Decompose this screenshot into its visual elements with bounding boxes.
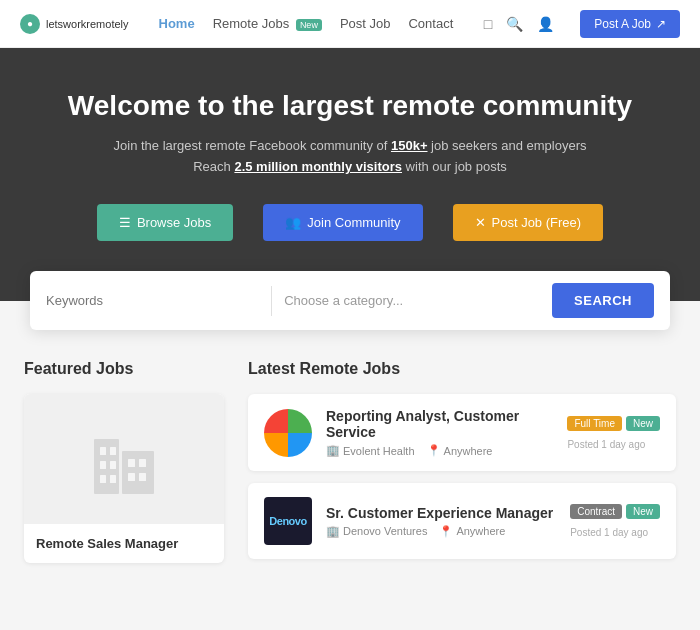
search-wrapper: Choose a category... SEARCH [0,271,700,330]
featured-image [24,394,224,524]
search-divider [271,286,272,316]
featured-section: Featured Jobs Remote Sale [24,360,224,571]
join-community-button[interactable]: 👥 Join Community [263,204,422,241]
job-company-1: 🏢 Evolent Health [326,444,415,457]
search-button[interactable]: SEARCH [552,283,654,318]
nav-link-contact[interactable]: Contact [408,16,453,31]
brand-icon: ● [20,14,40,34]
job-posted-1: Posted 1 day ago [567,439,645,450]
search-input[interactable] [46,287,259,314]
job-tags-1: Full Time New Posted 1 day ago [567,416,660,450]
job-company-2: 🏢 Denovo Ventures [326,525,427,538]
search-icon[interactable]: 🔍 [506,16,523,32]
nav-link-remote-jobs[interactable]: Remote Jobs New [213,16,322,31]
tag-new-2: New [626,504,660,519]
job-logo-2: Denovo [264,497,312,545]
tag-contract: Contract [570,504,622,519]
latest-title: Latest Remote Jobs [248,360,676,378]
nav-links: Home Remote Jobs New Post Job Contact [159,16,484,31]
job-tags-row-2: Contract New [570,504,660,519]
job-info-1: Reporting Analyst, Customer Service 🏢 Ev… [326,408,553,457]
job-meta-2: 🏢 Denovo Ventures 📍 Anywhere [326,525,556,538]
hero-title: Welcome to the largest remote community [20,88,680,124]
nav-link-post-job[interactable]: Post Job [340,16,391,31]
job-location-2: 📍 Anywhere [439,525,505,538]
latest-section: Latest Remote Jobs Reporting Analyst, Cu… [248,360,676,571]
job-posted-2: Posted 1 day ago [570,527,648,538]
job-tags-2: Contract New Posted 1 day ago [570,504,660,538]
svg-rect-10 [128,473,135,481]
nav-link-home[interactable]: Home [159,16,195,31]
svg-rect-6 [100,475,106,483]
svg-rect-11 [139,473,146,481]
tag-new-1: New [626,416,660,431]
svg-rect-2 [100,447,106,455]
bookmark-icon[interactable]: □ [484,16,492,32]
navbar: ● letsworkremotely Home Remote Jobs New … [0,0,700,48]
brand-name: letsworkremotely [46,18,129,30]
job-meta-1: 🏢 Evolent Health 📍 Anywhere [326,444,553,457]
svg-rect-4 [100,461,106,469]
job-card-2[interactable]: Denovo Sr. Customer Experience Manager 🏢… [248,483,676,559]
featured-card-label: Remote Sales Manager [24,524,224,563]
svg-rect-9 [139,459,146,467]
search-bar: Choose a category... SEARCH [30,271,670,330]
building-icon [84,419,164,499]
job-tags-row-1: Full Time New [567,416,660,431]
category-select[interactable]: Choose a category... [284,287,540,314]
svg-rect-8 [128,459,135,467]
tag-full-time: Full Time [567,416,622,431]
svg-rect-3 [110,447,116,455]
job-location-1: 📍 Anywhere [427,444,493,457]
svg-rect-5 [110,461,116,469]
job-info-2: Sr. Customer Experience Manager 🏢 Denovo… [326,505,556,538]
visitors-link[interactable]: 2.5 million monthly visitors [234,159,402,174]
featured-title: Featured Jobs [24,360,224,378]
facebook-community-link[interactable]: 150k+ [391,138,428,153]
hero-reach: Reach 2.5 million monthly visitors with … [20,159,680,174]
nav-icons: □ 🔍 👤 Post A Job ↗ [484,10,680,38]
main-content: Featured Jobs Remote Sale [0,330,700,591]
svg-rect-1 [122,451,154,494]
brand[interactable]: ● letsworkremotely [20,14,129,34]
job-title-2: Sr. Customer Experience Manager [326,505,556,521]
post-job-free-button[interactable]: ✕ Post Job (Free) [453,204,604,241]
job-logo-1 [264,409,312,457]
featured-card[interactable]: Remote Sales Manager [24,394,224,563]
browse-jobs-button[interactable]: ☰ Browse Jobs [97,204,233,241]
job-title-1: Reporting Analyst, Customer Service [326,408,553,440]
post-job-button[interactable]: Post A Job ↗ [580,10,680,38]
hero-buttons: ☰ Browse Jobs 👥 Join Community ✕ Post Jo… [20,204,680,241]
user-icon[interactable]: 👤 [537,16,554,32]
job-card[interactable]: Reporting Analyst, Customer Service 🏢 Ev… [248,394,676,471]
hero-section: Welcome to the largest remote community … [0,48,700,301]
hero-subtitle: Join the largest remote Facebook communi… [20,138,680,153]
svg-rect-7 [110,475,116,483]
remote-jobs-badge: New [296,19,322,31]
